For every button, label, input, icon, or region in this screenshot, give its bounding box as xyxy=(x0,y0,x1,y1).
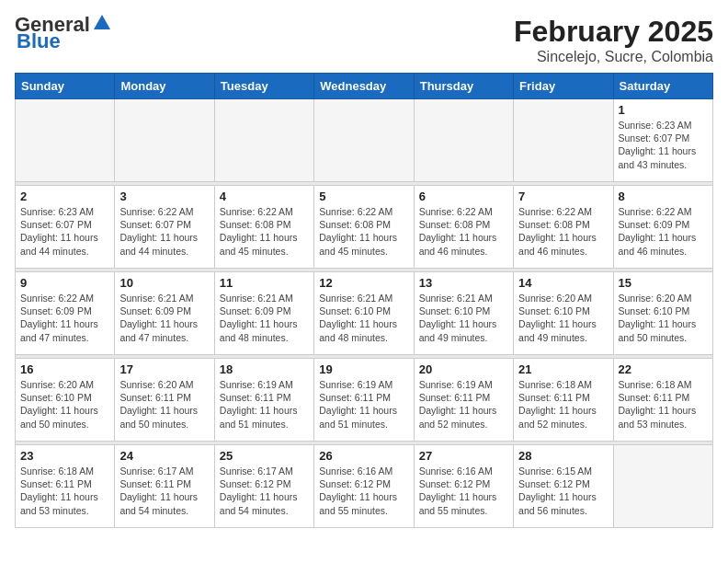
weekday-header: Friday xyxy=(514,74,613,99)
weekday-header: Sunday xyxy=(16,74,115,99)
calendar-cell: 6Sunrise: 6:22 AM Sunset: 6:08 PM Daylig… xyxy=(414,186,513,269)
day-info: Sunrise: 6:21 AM Sunset: 6:10 PM Dayligh… xyxy=(319,292,408,344)
weekday-header: Tuesday xyxy=(214,74,313,99)
day-number: 24 xyxy=(119,449,209,463)
day-info: Sunrise: 6:22 AM Sunset: 6:08 PM Dayligh… xyxy=(419,205,508,258)
day-number: 12 xyxy=(319,276,408,290)
weekday-header: Wednesday xyxy=(314,74,414,99)
day-info: Sunrise: 6:19 AM Sunset: 6:11 PM Dayligh… xyxy=(319,378,408,431)
day-number: 6 xyxy=(419,190,508,203)
calendar-cell: 22Sunrise: 6:18 AM Sunset: 6:11 PM Dayli… xyxy=(613,359,712,442)
calendar-cell: 20Sunrise: 6:19 AM Sunset: 6:11 PM Dayli… xyxy=(414,359,513,442)
weekday-header: Thursday xyxy=(414,74,513,99)
calendar-cell: 9Sunrise: 6:22 AM Sunset: 6:09 PM Daylig… xyxy=(16,272,115,355)
day-number: 18 xyxy=(220,362,309,376)
calendar-cell xyxy=(414,99,513,182)
day-info: Sunrise: 6:23 AM Sunset: 6:07 PM Dayligh… xyxy=(20,205,109,258)
day-number: 21 xyxy=(518,362,608,376)
calendar-week-row: 16Sunrise: 6:20 AM Sunset: 6:10 PM Dayli… xyxy=(16,359,713,442)
weekday-header: Saturday xyxy=(613,74,712,99)
day-info: Sunrise: 6:20 AM Sunset: 6:10 PM Dayligh… xyxy=(619,292,708,344)
calendar-cell xyxy=(514,99,613,182)
day-info: Sunrise: 6:22 AM Sunset: 6:07 PM Dayligh… xyxy=(119,205,209,258)
calendar-week-row: 2Sunrise: 6:23 AM Sunset: 6:07 PM Daylig… xyxy=(16,186,713,269)
calendar-cell: 15Sunrise: 6:20 AM Sunset: 6:10 PM Dayli… xyxy=(613,272,712,355)
day-number: 1 xyxy=(619,103,708,117)
day-info: Sunrise: 6:22 AM Sunset: 6:09 PM Dayligh… xyxy=(20,292,109,344)
calendar-cell: 10Sunrise: 6:21 AM Sunset: 6:09 PM Dayli… xyxy=(115,272,214,355)
calendar-cell: 16Sunrise: 6:20 AM Sunset: 6:10 PM Dayli… xyxy=(16,359,115,442)
day-number: 28 xyxy=(518,449,608,463)
calendar-cell: 8Sunrise: 6:22 AM Sunset: 6:09 PM Daylig… xyxy=(613,186,712,269)
calendar-header-row: SundayMondayTuesdayWednesdayThursdayFrid… xyxy=(16,74,713,99)
day-info: Sunrise: 6:21 AM Sunset: 6:10 PM Dayligh… xyxy=(419,292,508,344)
calendar-cell xyxy=(214,99,313,182)
day-number: 26 xyxy=(319,449,408,463)
day-info: Sunrise: 6:17 AM Sunset: 6:11 PM Dayligh… xyxy=(119,465,209,517)
day-number: 10 xyxy=(119,276,209,290)
calendar-cell xyxy=(115,99,214,182)
calendar-cell: 5Sunrise: 6:22 AM Sunset: 6:08 PM Daylig… xyxy=(314,186,414,269)
day-number: 16 xyxy=(20,362,109,376)
day-info: Sunrise: 6:23 AM Sunset: 6:07 PM Dayligh… xyxy=(619,119,708,171)
calendar-cell xyxy=(314,99,414,182)
calendar-cell: 13Sunrise: 6:21 AM Sunset: 6:10 PM Dayli… xyxy=(414,272,513,355)
day-number: 23 xyxy=(20,449,109,463)
calendar-table: SundayMondayTuesdayWednesdayThursdayFrid… xyxy=(15,73,713,528)
day-info: Sunrise: 6:22 AM Sunset: 6:08 PM Dayligh… xyxy=(518,205,608,258)
day-number: 13 xyxy=(419,276,508,290)
day-number: 5 xyxy=(319,190,408,203)
calendar-cell: 2Sunrise: 6:23 AM Sunset: 6:07 PM Daylig… xyxy=(16,186,115,269)
calendar-week-row: 9Sunrise: 6:22 AM Sunset: 6:09 PM Daylig… xyxy=(16,272,713,355)
day-info: Sunrise: 6:18 AM Sunset: 6:11 PM Dayligh… xyxy=(518,378,608,431)
day-info: Sunrise: 6:22 AM Sunset: 6:09 PM Dayligh… xyxy=(619,205,708,258)
day-info: Sunrise: 6:15 AM Sunset: 6:12 PM Dayligh… xyxy=(518,465,608,517)
calendar-cell: 7Sunrise: 6:22 AM Sunset: 6:08 PM Daylig… xyxy=(514,186,613,269)
calendar-cell: 23Sunrise: 6:18 AM Sunset: 6:11 PM Dayli… xyxy=(16,445,115,528)
logo-blue: Blue xyxy=(17,31,61,52)
day-info: Sunrise: 6:19 AM Sunset: 6:11 PM Dayligh… xyxy=(419,378,508,431)
calendar-cell xyxy=(613,445,712,528)
calendar-cell xyxy=(16,99,115,182)
day-number: 19 xyxy=(319,362,408,376)
day-number: 4 xyxy=(220,190,309,203)
calendar-cell: 25Sunrise: 6:17 AM Sunset: 6:12 PM Dayli… xyxy=(214,445,313,528)
page-header: General Blue February 2025 Sincelejo, Su… xyxy=(15,15,713,65)
weekday-header: Monday xyxy=(115,74,214,99)
page-title: February 2025 xyxy=(514,15,713,49)
calendar-cell: 24Sunrise: 6:17 AM Sunset: 6:11 PM Dayli… xyxy=(115,445,214,528)
day-number: 9 xyxy=(20,276,109,290)
calendar-cell: 12Sunrise: 6:21 AM Sunset: 6:10 PM Dayli… xyxy=(314,272,414,355)
day-info: Sunrise: 6:17 AM Sunset: 6:12 PM Dayligh… xyxy=(220,465,309,517)
calendar-cell: 21Sunrise: 6:18 AM Sunset: 6:11 PM Dayli… xyxy=(514,359,613,442)
title-block: February 2025 Sincelejo, Sucre, Colombia xyxy=(514,15,713,65)
calendar-cell: 17Sunrise: 6:20 AM Sunset: 6:11 PM Dayli… xyxy=(115,359,214,442)
logo-icon xyxy=(92,13,112,33)
calendar-week-row: 23Sunrise: 6:18 AM Sunset: 6:11 PM Dayli… xyxy=(16,445,713,528)
calendar-cell: 27Sunrise: 6:16 AM Sunset: 6:12 PM Dayli… xyxy=(414,445,513,528)
day-info: Sunrise: 6:22 AM Sunset: 6:08 PM Dayligh… xyxy=(319,205,408,258)
calendar-cell: 11Sunrise: 6:21 AM Sunset: 6:09 PM Dayli… xyxy=(214,272,313,355)
calendar-cell: 18Sunrise: 6:19 AM Sunset: 6:11 PM Dayli… xyxy=(214,359,313,442)
day-info: Sunrise: 6:18 AM Sunset: 6:11 PM Dayligh… xyxy=(20,465,109,517)
calendar-cell: 28Sunrise: 6:15 AM Sunset: 6:12 PM Dayli… xyxy=(514,445,613,528)
svg-marker-0 xyxy=(94,15,110,29)
day-number: 7 xyxy=(518,190,608,203)
day-number: 3 xyxy=(119,190,209,203)
calendar-cell: 26Sunrise: 6:16 AM Sunset: 6:12 PM Dayli… xyxy=(314,445,414,528)
page-subtitle: Sincelejo, Sucre, Colombia xyxy=(514,49,713,65)
day-info: Sunrise: 6:21 AM Sunset: 6:09 PM Dayligh… xyxy=(119,292,209,344)
logo: General Blue xyxy=(15,15,112,52)
calendar-cell: 14Sunrise: 6:20 AM Sunset: 6:10 PM Dayli… xyxy=(514,272,613,355)
day-info: Sunrise: 6:21 AM Sunset: 6:09 PM Dayligh… xyxy=(220,292,309,344)
day-info: Sunrise: 6:18 AM Sunset: 6:11 PM Dayligh… xyxy=(619,378,708,431)
day-info: Sunrise: 6:20 AM Sunset: 6:10 PM Dayligh… xyxy=(20,378,109,431)
day-number: 14 xyxy=(518,276,608,290)
day-info: Sunrise: 6:20 AM Sunset: 6:10 PM Dayligh… xyxy=(518,292,608,344)
day-info: Sunrise: 6:16 AM Sunset: 6:12 PM Dayligh… xyxy=(319,465,408,517)
day-number: 8 xyxy=(619,190,708,203)
day-info: Sunrise: 6:22 AM Sunset: 6:08 PM Dayligh… xyxy=(220,205,309,258)
day-number: 22 xyxy=(619,362,708,376)
calendar-cell: 19Sunrise: 6:19 AM Sunset: 6:11 PM Dayli… xyxy=(314,359,414,442)
day-number: 17 xyxy=(119,362,209,376)
